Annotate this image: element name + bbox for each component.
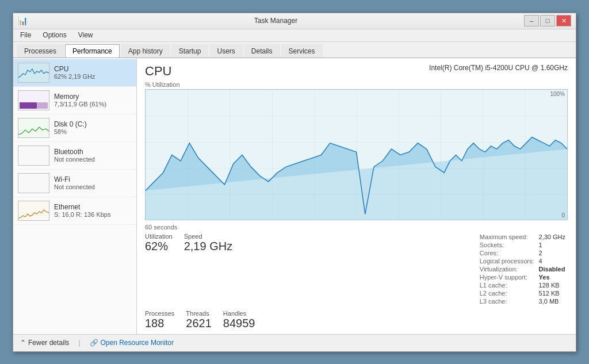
virtualization-value: Disabled [537,265,568,273]
cpu-info: CPU 62% 2,19 GHz [54,65,95,80]
disk-label: Disk 0 (C:) [54,120,87,128]
l3-cache-value: 3,0 MB [537,297,568,305]
wifi-info: Wi-Fi Not connected [54,175,95,190]
tab-bar: Processes Performance App history Startu… [13,42,576,58]
cpu-label: CPU [54,65,95,73]
menu-view[interactable]: View [76,30,95,40]
speed-label: Speed [184,233,232,240]
wifi-thumbnail [18,173,49,193]
content-area: CPU 62% 2,19 GHz Memory 7,3/11,9 GB (61%… [13,58,576,334]
wifi-label: Wi-Fi [54,175,95,183]
threads-value: 2621 [186,317,212,329]
handles-value: 84959 [223,317,255,329]
logical-procs-value: 4 [537,257,568,265]
tab-app-history[interactable]: App history [121,44,170,58]
svg-rect-4 [18,118,49,137]
close-button[interactable]: ✕ [556,15,571,26]
tab-startup[interactable]: Startup [171,44,209,58]
maximize-button[interactable]: □ [540,15,555,26]
main-title: CPU [145,64,171,79]
open-resource-label: Open Resource Monitor [101,339,174,347]
menu-file[interactable]: File [18,30,33,40]
task-manager-window: 📊 Task Manager – □ ✕ File Options View P… [13,13,576,352]
ethernet-value: S: 16,0 R: 136 Kbps [54,211,110,218]
cpu-model: Intel(R) Core(TM) i5-4200U CPU @ 1.60GHz [429,64,568,72]
chevron-up-icon: ⌃ [20,339,26,347]
menubar: File Options View [13,29,576,42]
bluetooth-label: Bluetooth [54,148,95,156]
handles-stat: Handles 84959 [223,310,255,329]
stats-row: Utilization 62% Speed 2,19 GHz Maximum s… [145,233,568,305]
l2-cache-label: L2 cache: [477,289,537,297]
l1-cache-label: L1 cache: [477,281,537,289]
l1-cache-value: 128 KB [537,281,568,289]
cpu-value: 62% 2,19 GHz [54,73,95,80]
right-stats: Maximum speed:2,30 GHz Sockets:1 Cores:2… [477,233,568,305]
cpu-chart-svg [146,90,567,220]
tab-users[interactable]: Users [209,44,242,58]
utilization-value: 62% [145,240,173,252]
threads-label: Threads [186,310,212,317]
svg-rect-3 [20,102,37,109]
tab-performance[interactable]: Performance [65,44,120,58]
memory-value: 7,3/11,9 GB (61%) [54,101,106,108]
divider: | [78,339,80,347]
ethernet-label: Ethernet [54,203,110,211]
sockets-value: 1 [537,241,568,249]
cores-value: 2 [537,249,568,257]
speed-value: 2,19 GHz [184,240,232,252]
fewer-details-label: Fewer details [28,339,69,347]
sidebar-item-disk[interactable]: Disk 0 (C:) 58% [13,114,136,142]
max-speed-label: Maximum speed: [477,233,537,241]
sidebar-item-ethernet[interactable]: Ethernet S: 16,0 R: 136 Kbps [13,197,136,225]
wifi-value: Not connected [54,183,95,190]
ethernet-thumbnail [18,201,49,221]
sidebar-item-bluetooth[interactable]: Bluetooth Not connected [13,142,136,170]
titlebar-title: Task Manager [28,17,524,25]
processes-value: 188 [145,317,174,329]
sidebar-item-wifi[interactable]: Wi-Fi Not connected [13,170,136,197]
cpu-thumbnail [18,63,49,83]
disk-thumbnail [18,118,49,138]
speed-stat: Speed 2,19 GHz [184,233,232,305]
main-header: CPU Intel(R) Core(TM) i5-4200U CPU @ 1.6… [145,64,568,79]
hyperv-label: Hyper-V support: [477,273,537,281]
titlebar-buttons: – □ ✕ [524,15,571,26]
sidebar: CPU 62% 2,19 GHz Memory 7,3/11,9 GB (61%… [13,58,137,334]
disk-info: Disk 0 (C:) 58% [54,120,87,135]
tab-details[interactable]: Details [244,44,280,58]
bottom-bar: ⌃ Fewer details | 🔗 Open Resource Monito… [13,334,576,351]
menu-options[interactable]: Options [40,30,68,40]
sidebar-item-cpu[interactable]: CPU 62% 2,19 GHz [13,59,136,87]
sidebar-item-memory[interactable]: Memory 7,3/11,9 GB (61%) [13,87,136,114]
l2-cache-value: 512 KB [537,289,568,297]
memory-thumbnail [18,90,49,110]
sockets-label: Sockets: [477,241,537,249]
tab-services[interactable]: Services [281,44,323,58]
hyperv-value: Yes [537,273,568,281]
threads-stat: Threads 2621 [186,310,212,329]
ethernet-info: Ethernet S: 16,0 R: 136 Kbps [54,203,110,218]
titlebar-icon: 📊 [18,16,28,25]
resource-monitor-icon: 🔗 [90,339,98,347]
bluetooth-value: Not connected [54,156,95,163]
processes-stat: Processes 188 [145,310,174,329]
cores-label: Cores: [477,249,537,257]
chart-max-label: 100% [550,91,565,97]
logical-procs-label: Logical processors: [477,257,537,265]
fewer-details-button[interactable]: ⌃ Fewer details [20,339,69,347]
main-panel: CPU Intel(R) Core(TM) i5-4200U CPU @ 1.6… [137,58,576,334]
chart-y-label: % Utilization [145,81,568,88]
minimize-button[interactable]: – [524,15,539,26]
chart-min-label: 0 [561,212,565,219]
bluetooth-thumbnail [18,145,49,166]
utilization-label: Utilization [145,233,173,240]
cpu-chart: 100% 0 [145,89,568,221]
titlebar: 📊 Task Manager – □ ✕ [13,13,576,29]
utilization-stat: Utilization 62% [145,233,173,305]
disk-value: 58% [54,128,87,135]
stats-row-2: Processes 188 Threads 2621 Handles 84959 [145,310,568,329]
open-resource-monitor-button[interactable]: 🔗 Open Resource Monitor [90,339,174,347]
l3-cache-label: L3 cache: [477,297,537,305]
tab-processes[interactable]: Processes [17,44,64,58]
